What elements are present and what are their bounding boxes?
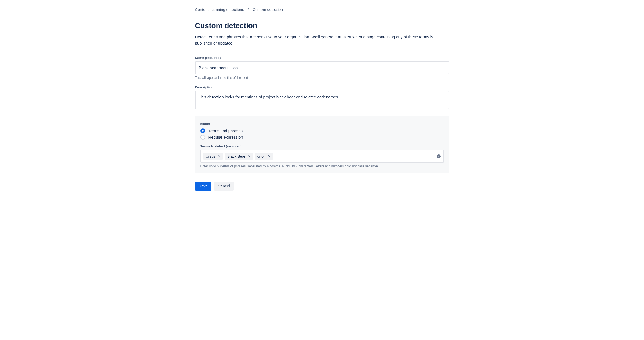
description-input[interactable]: This detection looks for mentions of pro… — [195, 91, 449, 109]
cancel-button[interactable]: Cancel — [214, 182, 234, 191]
description-label: Description — [195, 86, 449, 89]
term-tag-label: Ursus — [206, 154, 216, 158]
radio-indicator-icon — [200, 135, 205, 140]
term-tag-label: Black Bear — [227, 154, 246, 158]
breadcrumb: Content scanning detections / Custom det… — [195, 8, 449, 12]
remove-tag-icon[interactable]: ✕ — [218, 154, 221, 158]
name-label: Name (required) — [195, 56, 449, 60]
form-actions: Save Cancel — [195, 182, 449, 191]
radio-label: Terms and phrases — [208, 128, 243, 133]
terms-input[interactable]: Ursus ✕ Black Bear ✕ orion ✕ — [200, 150, 444, 163]
breadcrumb-parent-link[interactable]: Content scanning detections — [195, 8, 244, 12]
radio-indicator-icon — [200, 128, 205, 133]
term-tag: orion ✕ — [255, 153, 273, 160]
term-tag: Black Bear ✕ — [225, 153, 253, 160]
match-panel: Match Terms and phrases Regular expressi… — [195, 116, 449, 173]
radio-terms-and-phrases[interactable]: Terms and phrases — [200, 128, 444, 133]
page-subtitle: Detect terms and phrases that are sensit… — [195, 34, 449, 46]
terms-helper: Enter up to 50 terms or phrases, separat… — [200, 164, 444, 168]
save-button[interactable]: Save — [195, 182, 211, 191]
page-title: Custom detection — [195, 21, 449, 30]
clear-all-icon[interactable] — [437, 154, 441, 158]
terms-label: Terms to detect (required) — [200, 145, 444, 148]
match-radio-group: Terms and phrases Regular expression — [200, 128, 444, 140]
match-label: Match — [200, 122, 444, 126]
description-field: Description This detection looks for men… — [195, 86, 449, 110]
breadcrumb-separator: / — [248, 8, 249, 12]
remove-tag-icon[interactable]: ✕ — [248, 154, 251, 158]
term-tag: Ursus ✕ — [203, 153, 223, 160]
name-helper: This will appear in the title of the ale… — [195, 76, 449, 80]
name-field: Name (required) This will appear in the … — [195, 56, 449, 80]
remove-tag-icon[interactable]: ✕ — [268, 154, 271, 158]
breadcrumb-current: Custom detection — [253, 8, 283, 12]
radio-label: Regular expression — [208, 135, 243, 139]
term-tag-label: orion — [257, 154, 266, 158]
name-input[interactable] — [195, 61, 449, 74]
radio-regular-expression[interactable]: Regular expression — [200, 135, 444, 140]
